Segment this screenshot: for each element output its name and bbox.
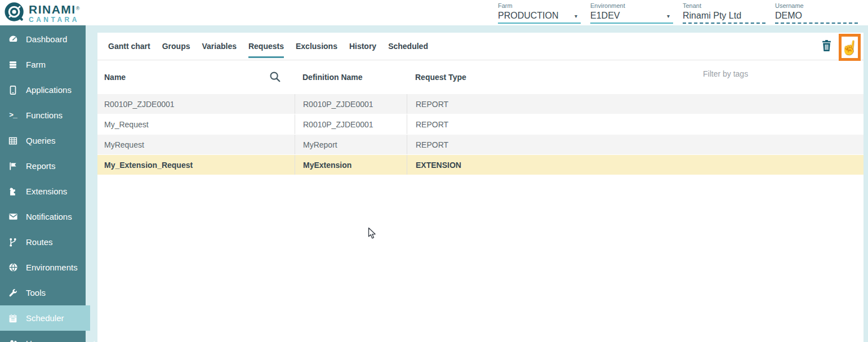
sidebar-item-label: Farm <box>26 60 46 69</box>
reports-icon <box>7 161 19 171</box>
user-management-icon <box>7 338 19 342</box>
sidebar-item-label: Tools <box>26 288 46 297</box>
queries-icon <box>7 136 19 146</box>
applications-icon <box>7 85 19 95</box>
cell-name: My_Extension_Request <box>97 161 295 170</box>
chevron-down-icon: ▾ <box>667 13 670 19</box>
cell-name: R0010P_ZJDE0001 <box>97 100 295 109</box>
highlighted-action-target[interactable]: ☝ <box>839 34 861 61</box>
cell-name: My_Request <box>97 120 295 129</box>
sidebar-item-reports[interactable]: Reports <box>0 153 86 179</box>
cell-request-type: REPORT <box>407 135 863 154</box>
sidebar-item-label: Notifications <box>26 212 72 221</box>
farm-label: Farm <box>498 2 581 9</box>
tenant-label: Tenant <box>683 2 765 9</box>
sidebar-item-label: Environments <box>26 263 78 272</box>
sidebar-item-label: Dashboard <box>26 34 67 44</box>
username-value: DEMO <box>775 11 802 21</box>
environment-select[interactable]: Environment E1DEV ▾ <box>590 2 673 24</box>
sidebar-item-queries[interactable]: Queries <box>0 128 86 153</box>
sidebar-item-scheduler[interactable]: Scheduler <box>0 305 90 331</box>
tab-history[interactable]: History <box>349 33 376 60</box>
column-header-name: Name <box>104 73 126 82</box>
sidebar-item-farm[interactable]: Farm <box>0 52 86 77</box>
tab-gantt-chart[interactable]: Gantt chart <box>108 33 150 60</box>
extensions-icon <box>7 186 19 197</box>
tab-groups[interactable]: Groups <box>162 33 190 60</box>
table-row[interactable]: MyRequest MyReport REPORT <box>97 135 863 155</box>
cell-definition-name: MyExtension <box>295 155 407 175</box>
sidebar-item-label: Routes <box>26 237 53 247</box>
tab-requests[interactable]: Requests <box>248 33 284 60</box>
cell-definition-name: R0010P_ZJDE0001 <box>295 114 407 134</box>
table-header-row: Name Definition Name Request Type <box>97 60 863 94</box>
tenant-value: Rinami Pty Ltd <box>683 11 741 21</box>
dashboard-icon <box>7 34 19 45</box>
sidebar-item-applications[interactable]: Applications <box>0 77 86 103</box>
chevron-down-icon: ▾ <box>575 13 577 19</box>
tabs-bar: Gantt chart Groups Variables Requests Ex… <box>97 33 863 60</box>
sidebar-item-label: Queries <box>26 136 56 145</box>
sidebar-item-routes[interactable]: Routes <box>0 229 86 255</box>
hand-pointer-icon: ☝ <box>840 38 860 56</box>
notifications-icon <box>7 211 19 222</box>
rinami-logo-mark-icon <box>5 2 25 24</box>
trash-icon <box>821 39 832 54</box>
cell-request-type: REPORT <box>407 114 863 134</box>
sidebar-item-dashboard[interactable]: Dashboard <box>0 26 86 52</box>
sidebar-item-label: Reports <box>26 161 56 171</box>
functions-icon: >_ <box>7 111 19 119</box>
session-context-fields: Farm PRODUCTION ▾ Environment E1DEV ▾ Te… <box>498 2 858 24</box>
sidebar-item-functions[interactable]: >_ Functions <box>0 103 86 128</box>
cell-request-type: REPORT <box>407 94 863 114</box>
farm-select[interactable]: Farm PRODUCTION ▾ <box>498 2 581 24</box>
table-body: R0010P_ZJDE0001 R0010P_ZJDE0001 REPORT M… <box>97 94 863 175</box>
sidebar-item-tools[interactable]: Tools <box>0 280 86 305</box>
environment-label: Environment <box>590 2 673 9</box>
cell-definition-name: R0010P_ZJDE0001 <box>295 94 407 114</box>
column-header-definition-name: Definition Name <box>295 73 407 82</box>
registered-mark: ® <box>76 5 80 11</box>
tenant-field: Tenant Rinami Pty Ltd <box>683 2 765 24</box>
sidebar-item-environments[interactable]: Environments <box>0 255 86 280</box>
tab-exclusions[interactable]: Exclusions <box>296 33 337 60</box>
sidebar-item-notifications[interactable]: Notifications <box>0 204 86 229</box>
sidebar-item-label: Scheduler <box>26 313 64 323</box>
filter-by-tags-input[interactable] <box>703 69 810 78</box>
farm-icon <box>7 60 19 70</box>
table-row[interactable]: My_Request R0010P_ZJDE0001 REPORT <box>97 114 863 135</box>
cell-request-type: EXTENSION <box>407 155 863 175</box>
username-label: Username <box>775 2 858 9</box>
top-bar: RINAMI® CANTARA Farm PRODUCTION ▾ Enviro… <box>0 0 868 25</box>
sidebar-item-label: Extensions <box>26 186 67 196</box>
table-row-selected[interactable]: My_Extension_Request MyExtension EXTENSI… <box>97 155 863 175</box>
delete-button[interactable] <box>821 39 832 54</box>
cell-name: MyRequest <box>97 140 295 149</box>
farm-value: PRODUCTION <box>498 11 559 21</box>
sidebar-item-label: User management <box>26 339 95 342</box>
sidebar-item-label: Functions <box>26 110 63 120</box>
sidebar-item-extensions[interactable]: Extensions <box>0 179 86 204</box>
table-row[interactable]: R0010P_ZJDE0001 R0010P_ZJDE0001 REPORT <box>97 94 863 114</box>
brand-logo: RINAMI® CANTARA <box>5 2 79 24</box>
environments-icon <box>7 262 19 273</box>
tab-variables[interactable]: Variables <box>202 33 237 60</box>
environment-value: E1DEV <box>590 11 620 21</box>
tools-icon <box>7 288 19 298</box>
main-content-card: Gantt chart Groups Variables Requests Ex… <box>97 33 863 342</box>
scheduler-icon <box>7 313 19 323</box>
tab-scheduled[interactable]: Scheduled <box>388 33 428 60</box>
brand-name: RINAMI <box>29 3 76 16</box>
sidebar-nav: Dashboard Farm Applications >_ Functions… <box>0 25 86 342</box>
username-field: Username DEMO <box>775 2 858 24</box>
cell-definition-name: MyReport <box>295 135 407 154</box>
sidebar-item-user-management[interactable]: User management <box>0 331 86 342</box>
search-icon[interactable] <box>269 70 281 85</box>
brand-subname: CANTARA <box>29 16 79 23</box>
table-toolbar: ☝ <box>821 33 863 60</box>
sidebar-item-label: Applications <box>26 85 72 95</box>
routes-icon <box>7 237 19 247</box>
